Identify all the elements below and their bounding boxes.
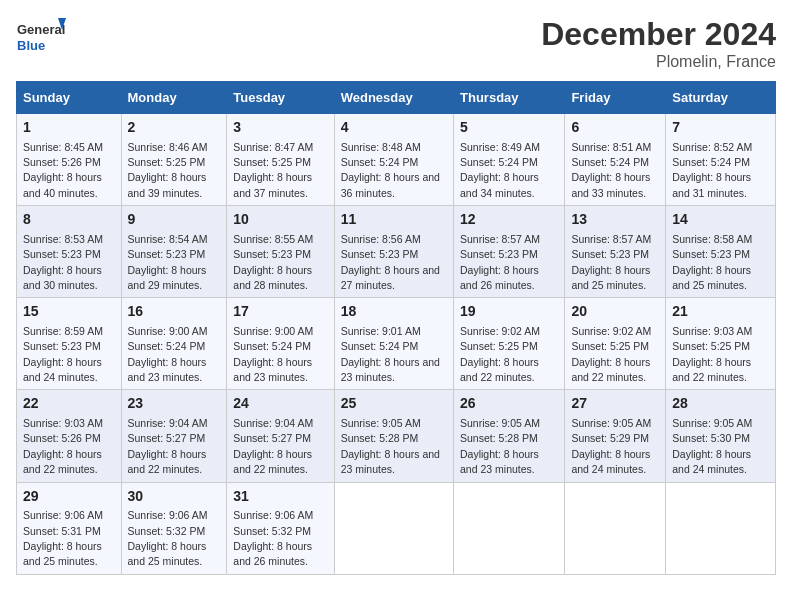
cell-detail: Sunrise: 9:05 AM Sunset: 5:30 PM Dayligh… — [672, 417, 752, 475]
table-cell: 27 Sunrise: 9:05 AM Sunset: 5:29 PM Dayl… — [565, 390, 666, 482]
cell-detail: Sunrise: 9:00 AM Sunset: 5:24 PM Dayligh… — [128, 325, 208, 383]
logo: General Blue — [16, 16, 66, 60]
cell-detail: Sunrise: 8:45 AM Sunset: 5:26 PM Dayligh… — [23, 141, 103, 199]
table-cell: 19 Sunrise: 9:02 AM Sunset: 5:25 PM Dayl… — [454, 298, 565, 390]
table-cell: 24 Sunrise: 9:04 AM Sunset: 5:27 PM Dayl… — [227, 390, 334, 482]
cell-detail: Sunrise: 8:51 AM Sunset: 5:24 PM Dayligh… — [571, 141, 651, 199]
table-cell: 6 Sunrise: 8:51 AM Sunset: 5:24 PM Dayli… — [565, 114, 666, 206]
table-cell: 15 Sunrise: 8:59 AM Sunset: 5:23 PM Dayl… — [17, 298, 122, 390]
cell-detail: Sunrise: 8:52 AM Sunset: 5:24 PM Dayligh… — [672, 141, 752, 199]
table-cell: 14 Sunrise: 8:58 AM Sunset: 5:23 PM Dayl… — [666, 206, 776, 298]
cell-detail: Sunrise: 8:47 AM Sunset: 5:25 PM Dayligh… — [233, 141, 313, 199]
table-cell: 5 Sunrise: 8:49 AM Sunset: 5:24 PM Dayli… — [454, 114, 565, 206]
cell-detail: Sunrise: 9:05 AM Sunset: 5:28 PM Dayligh… — [460, 417, 540, 475]
day-number: 15 — [23, 302, 115, 322]
col-saturday: Saturday — [666, 82, 776, 114]
table-cell: 7 Sunrise: 8:52 AM Sunset: 5:24 PM Dayli… — [666, 114, 776, 206]
calendar-table: Sunday Monday Tuesday Wednesday Thursday… — [16, 81, 776, 575]
day-number: 24 — [233, 394, 327, 414]
cell-detail: Sunrise: 8:59 AM Sunset: 5:23 PM Dayligh… — [23, 325, 103, 383]
cell-detail: Sunrise: 8:49 AM Sunset: 5:24 PM Dayligh… — [460, 141, 540, 199]
day-number: 18 — [341, 302, 447, 322]
cell-detail: Sunrise: 8:48 AM Sunset: 5:24 PM Dayligh… — [341, 141, 440, 199]
table-cell: 18 Sunrise: 9:01 AM Sunset: 5:24 PM Dayl… — [334, 298, 453, 390]
col-friday: Friday — [565, 82, 666, 114]
col-tuesday: Tuesday — [227, 82, 334, 114]
cell-detail: Sunrise: 9:06 AM Sunset: 5:32 PM Dayligh… — [128, 509, 208, 567]
page-title: December 2024 — [541, 16, 776, 53]
table-cell: 10 Sunrise: 8:55 AM Sunset: 5:23 PM Dayl… — [227, 206, 334, 298]
cell-detail: Sunrise: 8:57 AM Sunset: 5:23 PM Dayligh… — [571, 233, 651, 291]
day-number: 29 — [23, 487, 115, 507]
col-monday: Monday — [121, 82, 227, 114]
table-cell: 13 Sunrise: 8:57 AM Sunset: 5:23 PM Dayl… — [565, 206, 666, 298]
cell-detail: Sunrise: 9:05 AM Sunset: 5:29 PM Dayligh… — [571, 417, 651, 475]
day-number: 7 — [672, 118, 769, 138]
table-cell: 23 Sunrise: 9:04 AM Sunset: 5:27 PM Dayl… — [121, 390, 227, 482]
col-sunday: Sunday — [17, 82, 122, 114]
table-cell: 9 Sunrise: 8:54 AM Sunset: 5:23 PM Dayli… — [121, 206, 227, 298]
day-number: 30 — [128, 487, 221, 507]
day-number: 31 — [233, 487, 327, 507]
table-cell: 11 Sunrise: 8:56 AM Sunset: 5:23 PM Dayl… — [334, 206, 453, 298]
day-number: 22 — [23, 394, 115, 414]
cell-detail: Sunrise: 8:55 AM Sunset: 5:23 PM Dayligh… — [233, 233, 313, 291]
day-number: 19 — [460, 302, 558, 322]
table-cell: 4 Sunrise: 8:48 AM Sunset: 5:24 PM Dayli… — [334, 114, 453, 206]
table-cell: 2 Sunrise: 8:46 AM Sunset: 5:25 PM Dayli… — [121, 114, 227, 206]
column-headers: Sunday Monday Tuesday Wednesday Thursday… — [17, 82, 776, 114]
page-subtitle: Plomelin, France — [541, 53, 776, 71]
day-number: 20 — [571, 302, 659, 322]
cell-detail: Sunrise: 9:02 AM Sunset: 5:25 PM Dayligh… — [571, 325, 651, 383]
day-number: 26 — [460, 394, 558, 414]
cell-detail: Sunrise: 8:57 AM Sunset: 5:23 PM Dayligh… — [460, 233, 540, 291]
table-cell: 22 Sunrise: 9:03 AM Sunset: 5:26 PM Dayl… — [17, 390, 122, 482]
day-number: 11 — [341, 210, 447, 230]
day-number: 28 — [672, 394, 769, 414]
table-cell: 30 Sunrise: 9:06 AM Sunset: 5:32 PM Dayl… — [121, 482, 227, 574]
svg-text:Blue: Blue — [17, 38, 45, 53]
day-number: 8 — [23, 210, 115, 230]
table-cell: 21 Sunrise: 9:03 AM Sunset: 5:25 PM Dayl… — [666, 298, 776, 390]
col-thursday: Thursday — [454, 82, 565, 114]
day-number: 27 — [571, 394, 659, 414]
table-cell — [666, 482, 776, 574]
table-cell: 26 Sunrise: 9:05 AM Sunset: 5:28 PM Dayl… — [454, 390, 565, 482]
day-number: 10 — [233, 210, 327, 230]
table-cell: 12 Sunrise: 8:57 AM Sunset: 5:23 PM Dayl… — [454, 206, 565, 298]
table-cell: 3 Sunrise: 8:47 AM Sunset: 5:25 PM Dayli… — [227, 114, 334, 206]
table-cell — [334, 482, 453, 574]
cell-detail: Sunrise: 9:03 AM Sunset: 5:25 PM Dayligh… — [672, 325, 752, 383]
table-cell: 17 Sunrise: 9:00 AM Sunset: 5:24 PM Dayl… — [227, 298, 334, 390]
header: General Blue December 2024 Plomelin, Fra… — [16, 16, 776, 71]
day-number: 16 — [128, 302, 221, 322]
day-number: 1 — [23, 118, 115, 138]
svg-text:General: General — [17, 22, 65, 37]
table-cell: 29 Sunrise: 9:06 AM Sunset: 5:31 PM Dayl… — [17, 482, 122, 574]
cell-detail: Sunrise: 9:05 AM Sunset: 5:28 PM Dayligh… — [341, 417, 440, 475]
cell-detail: Sunrise: 9:02 AM Sunset: 5:25 PM Dayligh… — [460, 325, 540, 383]
cell-detail: Sunrise: 8:56 AM Sunset: 5:23 PM Dayligh… — [341, 233, 440, 291]
week-row-4: 22 Sunrise: 9:03 AM Sunset: 5:26 PM Dayl… — [17, 390, 776, 482]
logo-svg: General Blue — [16, 16, 66, 60]
day-number: 21 — [672, 302, 769, 322]
cell-detail: Sunrise: 9:01 AM Sunset: 5:24 PM Dayligh… — [341, 325, 440, 383]
cell-detail: Sunrise: 9:03 AM Sunset: 5:26 PM Dayligh… — [23, 417, 103, 475]
day-number: 4 — [341, 118, 447, 138]
day-number: 12 — [460, 210, 558, 230]
table-cell: 1 Sunrise: 8:45 AM Sunset: 5:26 PM Dayli… — [17, 114, 122, 206]
table-cell: 20 Sunrise: 9:02 AM Sunset: 5:25 PM Dayl… — [565, 298, 666, 390]
table-cell: 28 Sunrise: 9:05 AM Sunset: 5:30 PM Dayl… — [666, 390, 776, 482]
cell-detail: Sunrise: 9:06 AM Sunset: 5:32 PM Dayligh… — [233, 509, 313, 567]
day-number: 25 — [341, 394, 447, 414]
day-number: 13 — [571, 210, 659, 230]
cell-detail: Sunrise: 8:58 AM Sunset: 5:23 PM Dayligh… — [672, 233, 752, 291]
cell-detail: Sunrise: 9:04 AM Sunset: 5:27 PM Dayligh… — [128, 417, 208, 475]
title-area: December 2024 Plomelin, France — [541, 16, 776, 71]
table-cell — [454, 482, 565, 574]
day-number: 14 — [672, 210, 769, 230]
cell-detail: Sunrise: 8:53 AM Sunset: 5:23 PM Dayligh… — [23, 233, 103, 291]
week-row-3: 15 Sunrise: 8:59 AM Sunset: 5:23 PM Dayl… — [17, 298, 776, 390]
cell-detail: Sunrise: 9:04 AM Sunset: 5:27 PM Dayligh… — [233, 417, 313, 475]
table-cell — [565, 482, 666, 574]
